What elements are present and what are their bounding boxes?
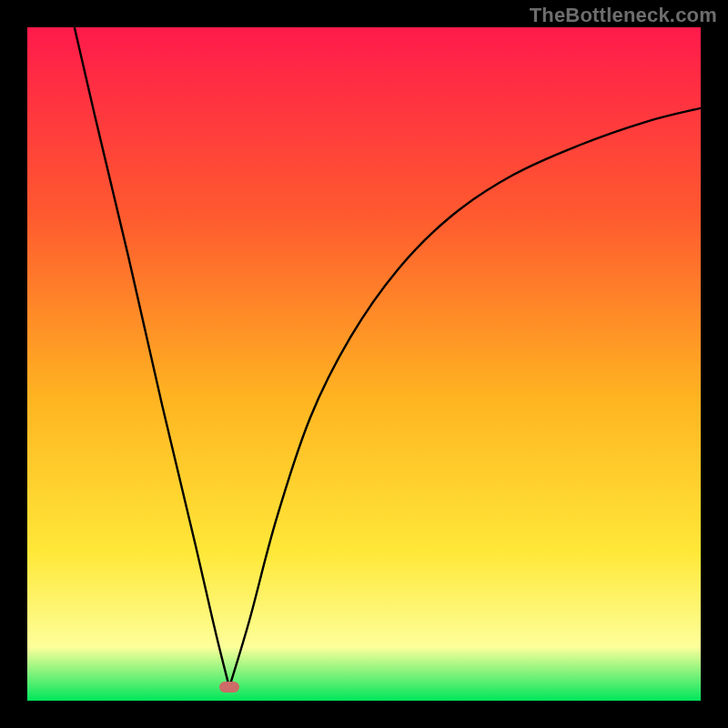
chart-frame: TheBottleneck.com	[0, 0, 728, 728]
bottleneck-curve	[27, 27, 701, 701]
watermark-text: TheBottleneck.com	[530, 4, 717, 27]
curve-left-branch	[75, 27, 229, 687]
curve-right-branch	[229, 108, 701, 687]
plot-area	[27, 27, 701, 701]
optimal-point-marker	[219, 682, 239, 693]
